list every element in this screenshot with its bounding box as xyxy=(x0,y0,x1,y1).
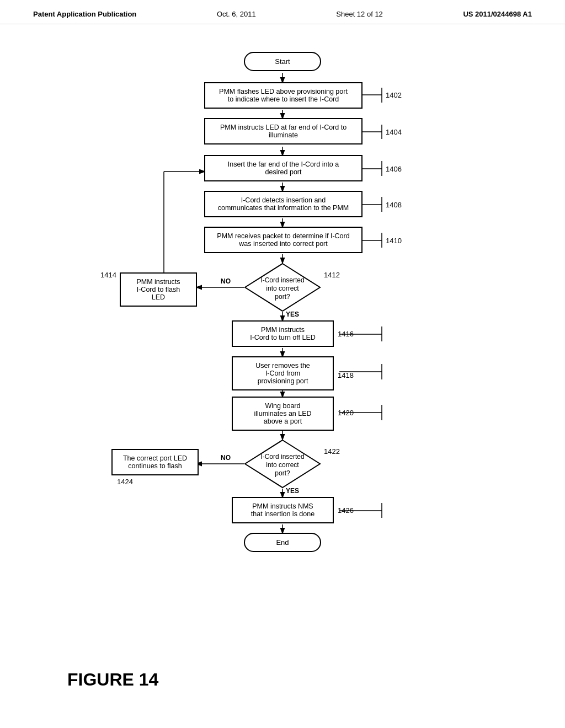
page-header: Patent Application Publication Oct. 6, 2… xyxy=(0,0,565,24)
figure-label-container: FIGURE 14 xyxy=(67,670,498,690)
label-1408: 1408 xyxy=(386,200,402,210)
node-1414: PMM instructsI-Cord to flash LED xyxy=(120,272,197,307)
svg-text:NO: NO xyxy=(221,277,231,285)
node-1424-text: The correct port LEDcontinues to flash xyxy=(111,449,199,475)
start-label: Start xyxy=(244,52,321,71)
node-1404-text: PMM instructs LED at far end of I-Cord t… xyxy=(204,118,363,144)
label-1420: 1420 xyxy=(338,408,354,417)
node-1416-text: PMM instructsI-Cord to turn off LED xyxy=(232,320,334,347)
svg-text:port?: port? xyxy=(275,293,290,301)
svg-text:into correct: into correct xyxy=(266,285,299,292)
label-1402: 1402 xyxy=(386,90,402,100)
node-1406: Insert the far end of the I-Cord into ad… xyxy=(204,155,363,181)
node-1410: PMM receives packet to determine if I-Co… xyxy=(204,227,363,253)
node-1402: PMM flashes LED above provisioning portt… xyxy=(204,82,363,109)
label-1412: 1412 xyxy=(324,270,340,280)
node-1406-text: Insert the far end of the I-Cord into ad… xyxy=(204,155,363,181)
label-1404: 1404 xyxy=(386,127,402,137)
end-label: End xyxy=(244,533,321,552)
node-1424: The correct port LEDcontinues to flash xyxy=(111,449,199,475)
figure-label: FIGURE 14 xyxy=(67,670,158,689)
node-1426: PMM instructs NMSthat insertion is done xyxy=(232,497,334,523)
label-1422: 1422 xyxy=(324,446,340,456)
node-1408: I-Cord detects insertion andcommunicates… xyxy=(204,191,363,217)
label-1426: 1426 xyxy=(338,505,354,515)
svg-text:NO: NO xyxy=(221,454,231,462)
start-node: Start xyxy=(244,52,321,71)
svg-text:port?: port? xyxy=(275,469,290,477)
svg-text:into correct: into correct xyxy=(266,461,299,469)
publication-title: Patent Application Publication xyxy=(33,10,136,18)
patent-number: US 2011/0244698 A1 xyxy=(463,10,532,18)
end-node: End xyxy=(244,533,321,552)
label-1410: 1410 xyxy=(386,235,402,245)
flowchart: NO YES NO YES xyxy=(67,41,498,664)
label-1406: 1406 xyxy=(386,164,402,174)
node-1408-text: I-Cord detects insertion andcommunicates… xyxy=(204,191,363,217)
diamond-1412: I-Cord inserted into correct port? xyxy=(244,263,321,314)
diamond-1422: I-Cord inserted into correct port? xyxy=(244,439,321,491)
node-1410-text: PMM receives packet to determine if I-Co… xyxy=(204,227,363,253)
label-1424: 1424 xyxy=(117,477,133,486)
node-1420: Wing boardilluminates an LEDabove a port xyxy=(232,397,334,431)
node-1414-text: PMM instructsI-Cord to flash LED xyxy=(120,272,197,307)
sheet-info: Sheet 12 of 12 xyxy=(336,10,383,18)
label-1414: 1414 xyxy=(100,270,116,280)
node-1404: PMM instructs LED at far end of I-Cord t… xyxy=(204,118,363,144)
svg-text:I-Cord inserted: I-Cord inserted xyxy=(260,453,304,461)
publication-date: Oct. 6, 2011 xyxy=(217,10,256,18)
node-1418-text: User removes theI-Cord fromprovisioning … xyxy=(232,356,334,390)
node-1418: User removes theI-Cord fromprovisioning … xyxy=(232,356,334,390)
diagram-area: NO YES NO YES xyxy=(0,24,565,701)
node-1416: PMM instructsI-Cord to turn off LED xyxy=(232,320,334,347)
node-1420-text: Wing boardilluminates an LEDabove a port xyxy=(232,397,334,431)
label-1416: 1416 xyxy=(338,329,354,339)
label-1418: 1418 xyxy=(338,370,354,380)
node-1426-text: PMM instructs NMSthat insertion is done xyxy=(232,497,334,523)
svg-text:I-Cord inserted: I-Cord inserted xyxy=(260,276,304,284)
node-1402-text: PMM flashes LED above provisioning portt… xyxy=(204,82,363,109)
